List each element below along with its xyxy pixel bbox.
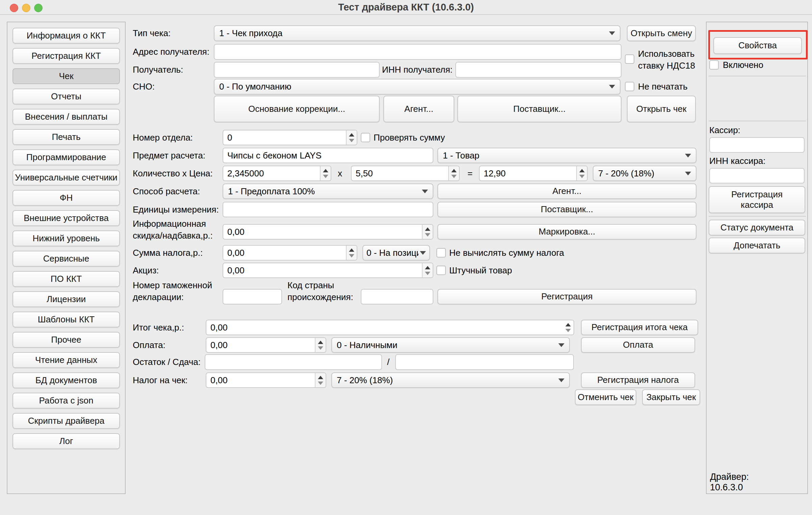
spinner-up-icon[interactable] [318, 376, 323, 379]
sidebar-item-info-kkt[interactable]: Информация о ККТ [12, 28, 120, 44]
receipt-type-value: 1 - Чек прихода [219, 28, 282, 39]
position-vat-select[interactable]: 7 - 20% (18%) [593, 166, 696, 181]
subject-input[interactable]: Чипсы с беконом LAYS [223, 148, 433, 163]
spinner-down-icon[interactable] [451, 175, 457, 178]
recipient-address-input[interactable] [214, 44, 621, 60]
sidebar-item-service[interactable]: Сервисные [12, 251, 120, 267]
excise-stepper[interactable]: 0,00 [223, 263, 433, 278]
sidebar-item-programming[interactable]: Программирование [12, 149, 120, 165]
spinner-up-icon[interactable] [349, 133, 354, 137]
spinner-up-icon[interactable] [349, 248, 354, 252]
spinner-down-icon[interactable] [349, 139, 354, 142]
spinner-up-icon[interactable] [425, 227, 430, 231]
sidebar-item-fn[interactable]: ФН [12, 190, 120, 206]
cashier-registration-button[interactable]: Регистрация кассира [709, 186, 805, 213]
sidebar-item-external-devices[interactable]: Внешние устройства [12, 210, 120, 226]
no-print-checkbox[interactable] [625, 82, 634, 91]
payment-stepper[interactable]: 0,00 [206, 337, 326, 353]
payment-method-select[interactable]: 1 - Предоплата 100% [223, 183, 433, 199]
spinner-down-icon[interactable] [318, 346, 323, 350]
enabled-checkbox[interactable] [709, 60, 719, 70]
spinner-down-icon[interactable] [579, 175, 585, 178]
cashier-inn-input[interactable] [709, 168, 805, 183]
open-receipt-button[interactable]: Открыть чек [627, 96, 696, 122]
spinner-down-icon[interactable] [349, 254, 354, 258]
sidebar-item-templates-kkt[interactable]: Шаблоны ККТ [12, 312, 120, 327]
marking-button[interactable]: Маркировка... [437, 224, 696, 240]
subject-type-value: 1 - Товар [443, 150, 479, 161]
zoom-icon[interactable] [34, 4, 43, 12]
close-icon[interactable] [10, 4, 18, 12]
tax-registration-button[interactable]: Регистрация налога [581, 372, 695, 388]
device-panel [706, 22, 808, 494]
close-receipt-button[interactable]: Закрыть чек [642, 389, 700, 405]
piece-goods-checkbox[interactable] [436, 266, 446, 275]
spinner-down-icon[interactable] [323, 175, 328, 178]
sno-select[interactable]: 0 - По умолчанию [214, 79, 620, 95]
change-input-1[interactable] [205, 354, 382, 370]
spinner-down-icon[interactable] [565, 329, 571, 332]
spinner-up-icon[interactable] [318, 341, 323, 344]
minimize-icon[interactable] [22, 4, 30, 12]
receipt-tax-type-select[interactable]: 7 - 20% (18%) [331, 372, 570, 388]
sidebar-item-read-data[interactable]: Чтение данных [12, 352, 120, 368]
tax-sum-stepper[interactable]: 0,00 [223, 245, 357, 261]
department-stepper[interactable]: 0 [223, 130, 357, 145]
price-stepper[interactable]: 5,50 [351, 166, 460, 181]
payment-button[interactable]: Оплата [581, 337, 695, 353]
sidebar-item-po-kkt[interactable]: ПО ККТ [12, 271, 120, 287]
country-input[interactable] [361, 289, 433, 304]
recipient-inn-input[interactable] [455, 62, 621, 78]
discount-stepper[interactable]: 0,00 [223, 224, 433, 240]
spinner-up-icon[interactable] [451, 169, 457, 172]
agent-top-button[interactable]: Агент... [383, 96, 454, 122]
document-status-button[interactable]: Статус документа [709, 220, 805, 236]
customs-input[interactable] [223, 289, 282, 304]
subject-type-select[interactable]: 1 - Товар [437, 148, 696, 163]
sidebar-item-json[interactable]: Работа с json [12, 393, 120, 409]
sidebar-item-driver-scripts[interactable]: Скрипты драйвера [12, 413, 120, 429]
supplier-button[interactable]: Поставщик... [437, 202, 696, 217]
sidebar-item-doc-db[interactable]: БД документов [12, 372, 120, 388]
change-input-2[interactable] [395, 354, 574, 370]
recipient-input[interactable] [214, 62, 380, 78]
use-vat18-checkbox[interactable] [625, 54, 634, 64]
spinner-up-icon[interactable] [579, 169, 585, 172]
receipt-tax-stepper[interactable]: 0,00 [206, 372, 326, 388]
sidebar-item-universal-counters[interactable]: Универсальные счетчики [12, 170, 120, 186]
supplier-top-button[interactable]: Поставщик... [457, 96, 621, 122]
quantity-stepper[interactable]: 2,345000 [223, 166, 331, 181]
spinner-up-icon[interactable] [425, 266, 430, 269]
sidebar-item-registration-kkt[interactable]: Регистрация ККТ [12, 48, 120, 64]
payment-type-select[interactable]: 0 - Наличными [331, 337, 570, 353]
spinner-down-icon[interactable] [425, 272, 430, 275]
sidebar-item-low-level[interactable]: Нижний уровень [12, 230, 120, 246]
check-sum-checkbox[interactable] [361, 133, 370, 142]
reprint-button[interactable]: Допечатать [709, 238, 805, 253]
sidebar-item-print[interactable]: Печать [12, 129, 120, 145]
tax-position-select[interactable]: 0 - На позици [362, 245, 430, 261]
sidebar-item-other[interactable]: Прочее [12, 332, 120, 348]
total-stepper[interactable]: 0,00 [206, 320, 574, 335]
agent-button[interactable]: Агент... [437, 183, 696, 199]
sidebar-item-log[interactable]: Лог [12, 433, 120, 449]
receipt-type-select[interactable]: 1 - Чек прихода [214, 25, 620, 41]
open-shift-button[interactable]: Открыть смену [627, 25, 696, 41]
cashier-input[interactable] [709, 137, 805, 153]
registration-button[interactable]: Регистрация [437, 289, 696, 304]
spinner-down-icon[interactable] [425, 233, 430, 237]
spinner-up-icon[interactable] [323, 169, 328, 172]
correction-basis-button[interactable]: Основание коррекции... [214, 96, 380, 122]
total-registration-button[interactable]: Регистрация итога чека [581, 320, 698, 335]
spinner-down-icon[interactable] [318, 382, 323, 385]
sidebar-item-deposits-payouts[interactable]: Внесения / выплаты [12, 109, 120, 125]
cancel-receipt-button[interactable]: Отменить чек [575, 389, 636, 405]
position-sum-stepper[interactable]: 12,90 [479, 166, 588, 181]
sidebar-item-licenses[interactable]: Лицензии [12, 291, 120, 307]
sidebar-item-reports[interactable]: Отчеты [12, 89, 120, 104]
sidebar-item-check[interactable]: Чек [12, 68, 120, 84]
spinner-up-icon[interactable] [565, 323, 571, 326]
units-input[interactable] [223, 202, 433, 217]
no-tax-calc-checkbox[interactable] [436, 248, 446, 258]
properties-button[interactable]: Свойства [713, 37, 802, 54]
